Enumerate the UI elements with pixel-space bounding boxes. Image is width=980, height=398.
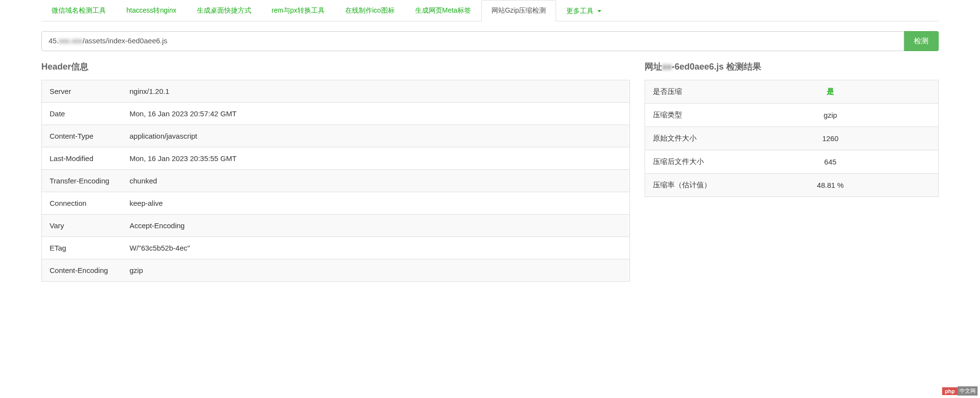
header-key: Content-Type xyxy=(42,125,122,147)
tab-rem-px[interactable]: rem与px转换工具 xyxy=(262,0,335,21)
header-value: chunked xyxy=(122,170,630,192)
result-key: 是否压缩 xyxy=(645,80,722,104)
tab-wechat-domain[interactable]: 微信域名检测工具 xyxy=(41,0,116,21)
result-title-suffix: 检测结果 xyxy=(724,62,761,72)
header-value: nginx/1.20.1 xyxy=(122,80,630,103)
header-value: application/javascript xyxy=(122,125,630,147)
tab-htaccess-nginx[interactable]: htaccess转nginx xyxy=(116,0,187,21)
result-key: 压缩后文件大小 xyxy=(645,150,722,174)
url-prefix: 45. xyxy=(49,36,59,45)
result-value: 48.81 % xyxy=(722,174,938,197)
table-row: ETagW/"63c5b52b-4ec" xyxy=(42,237,630,259)
header-key: ETag xyxy=(42,237,122,259)
tab-more-tools[interactable]: 更多工具 xyxy=(556,0,612,21)
result-table: 是否压缩是压缩类型gzip原始文件大小1260压缩后文件大小645压缩率（估计值… xyxy=(645,80,939,197)
tab-ico-icon[interactable]: 在线制作ico图标 xyxy=(335,0,405,21)
table-row: Connectionkeep-alive xyxy=(42,192,630,215)
header-key: Server xyxy=(42,80,122,103)
header-value: W/"63c5b52b-4ec" xyxy=(122,237,630,259)
check-button[interactable]: 检测 xyxy=(904,31,939,51)
header-info-title: Header信息 xyxy=(41,61,630,72)
header-key: Connection xyxy=(42,192,122,215)
result-value: 645 xyxy=(722,150,938,174)
table-row: 压缩率（估计值）48.81 % xyxy=(645,174,938,197)
header-value: Mon, 16 Jan 2023 20:57:42 GMT xyxy=(122,103,630,125)
header-key: Vary xyxy=(42,215,122,237)
chevron-down-icon xyxy=(597,10,601,12)
tab-desktop-shortcut[interactable]: 生成桌面快捷方式 xyxy=(187,0,262,21)
header-key: Transfer-Encoding xyxy=(42,170,122,192)
result-title-prefix: 网址 xyxy=(645,62,662,72)
table-row: Content-Encodinggzip xyxy=(42,259,630,282)
tab-meta-tags[interactable]: 生成网页Meta标签 xyxy=(405,0,481,21)
result-title-mid: -6ed0aee6.js xyxy=(672,62,724,72)
table-row: Servernginx/1.20.1 xyxy=(42,80,630,103)
header-key: Last-Modified xyxy=(42,147,122,170)
tab-gzip-check[interactable]: 网站Gzip压缩检测 xyxy=(481,0,557,21)
url-input[interactable]: 45.xxx.xxx/assets/index-6ed0aee6.js xyxy=(41,31,904,51)
tab-more-label: 更多工具 xyxy=(566,7,594,16)
url-suffix: /assets/index-6ed0aee6.js xyxy=(83,36,167,45)
result-title: 网址xx-6ed0aee6.js 检测结果 xyxy=(645,61,939,72)
table-row: VaryAccept-Encoding xyxy=(42,215,630,237)
table-row: 压缩类型gzip xyxy=(645,104,938,127)
result-title-blurred: xx xyxy=(662,62,672,72)
tool-tabs: 微信域名检测工具 htaccess转nginx 生成桌面快捷方式 rem与px转… xyxy=(41,0,939,21)
header-key: Content-Encoding xyxy=(42,259,122,282)
result-value: 1260 xyxy=(722,127,938,150)
result-value: gzip xyxy=(722,104,938,127)
table-row: 是否压缩是 xyxy=(645,80,938,104)
table-row: DateMon, 16 Jan 2023 20:57:42 GMT xyxy=(42,103,630,125)
header-value: Mon, 16 Jan 2023 20:35:55 GMT xyxy=(122,147,630,170)
table-row: Content-Typeapplication/javascript xyxy=(42,125,630,147)
header-value: keep-alive xyxy=(122,192,630,215)
table-row: 原始文件大小1260 xyxy=(645,127,938,150)
header-key: Date xyxy=(42,103,122,125)
table-row: 压缩后文件大小645 xyxy=(645,150,938,174)
table-row: Last-ModifiedMon, 16 Jan 2023 20:35:55 G… xyxy=(42,147,630,170)
header-value: gzip xyxy=(122,259,630,282)
header-value: Accept-Encoding xyxy=(122,215,630,237)
table-row: Transfer-Encodingchunked xyxy=(42,170,630,192)
result-key: 压缩率（估计值） xyxy=(645,174,722,197)
result-key: 原始文件大小 xyxy=(645,127,722,150)
result-value: 是 xyxy=(722,80,938,104)
url-blurred: xxx.xxx xyxy=(59,36,83,45)
search-bar: 45.xxx.xxx/assets/index-6ed0aee6.js 检测 xyxy=(41,31,939,51)
result-key: 压缩类型 xyxy=(645,104,722,127)
header-table: Servernginx/1.20.1DateMon, 16 Jan 2023 2… xyxy=(41,80,630,282)
